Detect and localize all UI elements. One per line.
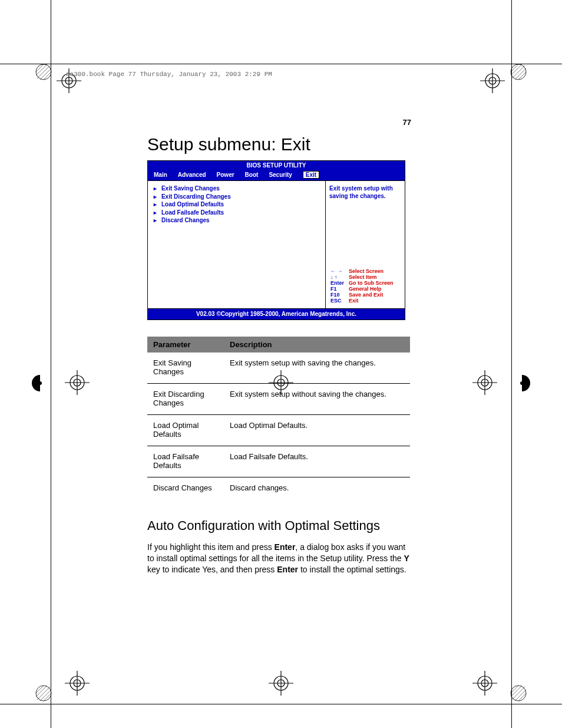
bios-tabs: Main Advanced Power Boot Security Exit xyxy=(148,170,405,180)
key-label: General Help xyxy=(345,286,395,292)
table-cell: Exit Saving Changes xyxy=(147,353,224,384)
page-heading: Setup submenu: Exit xyxy=(147,134,411,154)
bios-screenshot: BIOS SETUP UTILITY Main Advanced Power B… xyxy=(147,160,405,320)
text: key to indicate Yes, and then press xyxy=(147,565,277,574)
table-header-description: Description xyxy=(224,337,410,353)
key: ← → xyxy=(329,268,345,274)
crop-line-left xyxy=(51,0,51,728)
key-label: Select Item xyxy=(345,274,395,280)
table-cell: Discard Changes xyxy=(147,477,224,500)
text: If you highlight this item and press xyxy=(147,542,275,552)
svg-line-23 xyxy=(37,65,50,78)
table-cell: Load Optimal Defaults. xyxy=(224,415,410,446)
bold-text: Y xyxy=(404,554,409,563)
bios-menu: Exit Saving Changes Exit Discarding Chan… xyxy=(148,181,326,308)
bios-tab-exit: Exit xyxy=(303,171,319,179)
bios-tab-security: Security xyxy=(269,172,292,178)
svg-line-29 xyxy=(512,65,525,78)
bios-footer: V02.03 ©Copyright 1985-2000, American Me… xyxy=(148,309,405,319)
key-label: Select Screen xyxy=(345,268,395,274)
key: ESC xyxy=(329,298,345,304)
header-metadata: aa300.book Page 77 Thursday, January 23,… xyxy=(66,71,272,78)
hatched-circle-icon xyxy=(35,64,52,80)
key-label: Save and Exit xyxy=(345,292,395,298)
page-number: 77 xyxy=(403,118,411,127)
hatched-circle-icon xyxy=(35,685,52,701)
crop-line-bottom xyxy=(0,704,562,704)
svg-point-0 xyxy=(38,381,42,385)
registration-mark-icon xyxy=(65,671,90,696)
hatched-circle-icon xyxy=(510,64,527,80)
key: F1 xyxy=(329,286,345,292)
table-cell: Load Optimal Defaults xyxy=(147,415,224,446)
bios-body: Exit Saving Changes Exit Discarding Chan… xyxy=(148,180,405,309)
bios-tab-power: Power xyxy=(217,172,234,178)
table-cell: Exit system setup without saving the cha… xyxy=(224,384,410,415)
key: ↓ ↑ xyxy=(329,274,345,280)
registration-mark-icon xyxy=(472,370,497,395)
bios-side-description: Exit system setup with saving the change… xyxy=(326,181,405,266)
bios-menu-item: Exit Saving Changes xyxy=(153,185,320,193)
bios-menu-item: Discard Changes xyxy=(153,216,320,225)
registration-mark-icon xyxy=(480,68,505,93)
crop-line-top xyxy=(0,64,562,64)
svg-line-53 xyxy=(512,687,525,700)
half-circle-right-icon xyxy=(514,375,530,391)
bold-text: Enter xyxy=(277,565,298,574)
table-cell: Exit Discarding Changes xyxy=(147,384,224,415)
table-cell: Load Failsafe Defaults xyxy=(147,446,224,477)
key: F10 xyxy=(329,292,345,298)
svg-point-1 xyxy=(520,381,524,385)
half-circle-left-icon xyxy=(32,375,48,391)
text: to install the optimal settings. xyxy=(298,565,406,574)
body-paragraph: If you highlight this item and press Ent… xyxy=(147,542,411,575)
registration-mark-icon xyxy=(269,671,293,696)
bios-tab-boot: Boot xyxy=(245,172,259,178)
key-label: Go to Sub Screen xyxy=(345,280,395,286)
svg-line-47 xyxy=(37,687,50,700)
content-area: Setup submenu: Exit BIOS SETUP UTILITY M… xyxy=(147,134,411,575)
subheading: Auto Configuration with Optimal Settings xyxy=(147,518,411,533)
table-cell: Discard changes. xyxy=(224,477,410,500)
bios-menu-item: Exit Discarding Changes xyxy=(153,193,320,201)
crop-line-right xyxy=(511,0,512,728)
bios-side-panel: Exit system setup with saving the change… xyxy=(326,181,405,308)
bios-key-legend: ← →Select Screen ↓ ↑Select Item EnterGo … xyxy=(326,266,405,308)
table-cell: Load Failsafe Defaults. xyxy=(224,446,410,477)
registration-mark-icon xyxy=(472,671,497,696)
page: aa300.book Page 77 Thursday, January 23,… xyxy=(0,0,562,728)
bios-menu-item: Load Failsafe Defaults xyxy=(153,209,320,217)
bios-tab-advanced: Advanced xyxy=(178,172,206,178)
bios-tab-main: Main xyxy=(154,172,167,178)
bold-text: Enter xyxy=(275,542,296,552)
bios-title: BIOS SETUP UTILITY xyxy=(148,161,405,170)
registration-mark-icon xyxy=(65,370,90,395)
key: Enter xyxy=(329,280,345,286)
bios-menu-item: Load Optimal Defaults xyxy=(153,200,320,209)
table-header-parameter: Parameter xyxy=(147,337,224,353)
table-cell: Exit system setup with saving the change… xyxy=(224,353,410,384)
key-label: Exit xyxy=(345,298,395,304)
parameter-table: Parameter Description Exit Saving Change… xyxy=(147,337,410,499)
hatched-circle-icon xyxy=(510,685,527,701)
